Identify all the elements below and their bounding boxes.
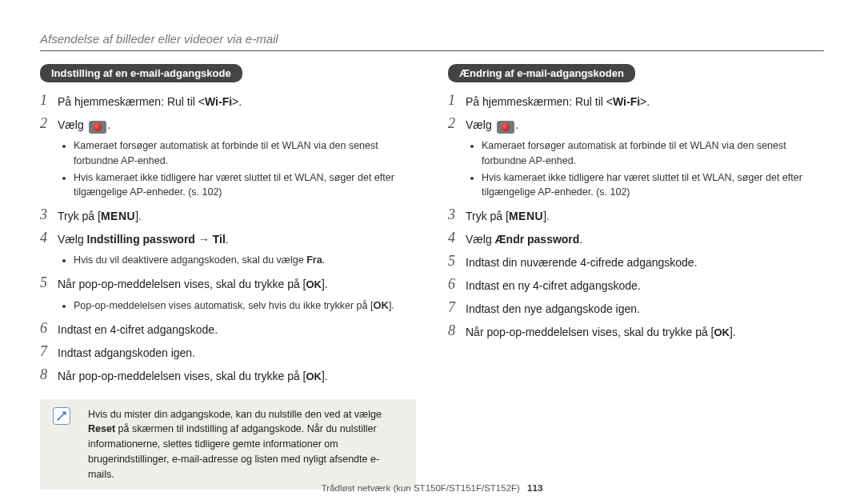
text: . bbox=[579, 233, 582, 246]
step-text: Indtast en ny 4-cifret adgangskode. bbox=[466, 276, 641, 294]
left-column: Indstilling af en e-mail-adgangskode 1 P… bbox=[40, 64, 416, 490]
text: . bbox=[226, 233, 229, 246]
step-number: 3 bbox=[40, 206, 58, 225]
step-number: 1 bbox=[40, 92, 58, 110]
text: Hvis du mister din adgangskode, kan du n… bbox=[88, 409, 382, 420]
header-divider bbox=[40, 50, 824, 51]
step-2: 2 Vælg . bbox=[40, 115, 416, 134]
bullet: Hvis kameraet ikke tidligere har været s… bbox=[74, 170, 416, 201]
menu-icon: MENU bbox=[101, 210, 135, 222]
sub-bullets: Kameraet forsøger automatisk at forbinde… bbox=[474, 138, 824, 200]
step-text: Indtast en 4-cifret adgangskode. bbox=[58, 320, 218, 338]
text: ]. bbox=[543, 210, 550, 222]
text: Når pop-op-meddelelsen vises, skal du tr… bbox=[58, 370, 306, 382]
sub-bullets: Hvis du vil deaktivere adgangskoden, ska… bbox=[66, 253, 416, 268]
bullet: Kameraet forsøger automatisk at forbinde… bbox=[74, 138, 416, 169]
step-3: 3 Tryk på [MENU]. bbox=[448, 206, 824, 225]
step-7: 7 Indtast den nye adgangskode igen. bbox=[448, 299, 824, 318]
step-text: Tryk på [MENU]. bbox=[58, 206, 142, 225]
step-text: Vælg Ændr password. bbox=[466, 230, 582, 248]
text: Tryk på [ bbox=[58, 210, 101, 222]
step-text: Vælg Indstilling password → Til. bbox=[58, 230, 229, 248]
step-number: 4 bbox=[40, 230, 58, 248]
text: ]. bbox=[322, 370, 328, 382]
text: ]. bbox=[135, 210, 142, 222]
section-badge-change-password: Ændring af e-mail-adgangskoden bbox=[448, 64, 635, 82]
footer-text: Trådløst netværk (kun ST150F/ST151F/ST15… bbox=[322, 483, 520, 493]
text: På hjemmeskærmen: Rul til < bbox=[466, 95, 613, 108]
text: ]. bbox=[730, 326, 736, 338]
text: Når pop-op-meddelelsen vises, skal du tr… bbox=[58, 278, 306, 290]
text: Vælg bbox=[466, 118, 492, 131]
step-5: 5 Når pop-op-meddelelsen vises, skal du … bbox=[40, 274, 416, 293]
text: >. bbox=[232, 95, 242, 108]
note-icon bbox=[53, 407, 70, 425]
wifi-bold: Wi-Fi bbox=[205, 95, 232, 108]
text: Vælg bbox=[58, 233, 87, 246]
page-footer: Trådløst netværk (kun ST150F/ST151F/ST15… bbox=[0, 483, 864, 493]
step-number: 2 bbox=[40, 115, 58, 134]
text: ]. bbox=[322, 278, 328, 290]
step-8: 8 Når pop-op-meddelelsen vises, skal du … bbox=[40, 366, 416, 385]
ok-icon: OK bbox=[306, 278, 322, 290]
step-text: Når pop-op-meddelelsen vises, skal du tr… bbox=[58, 274, 328, 293]
email-app-icon bbox=[497, 121, 514, 134]
step-number: 8 bbox=[448, 322, 466, 341]
text: Vælg bbox=[466, 233, 495, 246]
step-6: 6 Indtast en ny 4-cifret adgangskode. bbox=[448, 276, 824, 294]
bullet: Pop-op-meddelelsen vises automatisk, sel… bbox=[74, 298, 416, 314]
step-number: 5 bbox=[40, 274, 58, 293]
step-number: 6 bbox=[40, 320, 58, 338]
text: >. bbox=[640, 95, 650, 108]
ok-icon: OK bbox=[714, 326, 730, 338]
section-badge-set-password: Indstilling af en e-mail-adgangskode bbox=[40, 64, 242, 82]
text: Vælg bbox=[58, 118, 84, 131]
step-text: På hjemmeskærmen: Rul til <Wi-Fi>. bbox=[466, 92, 650, 110]
sub-bullets: Kameraet forsøger automatisk at forbinde… bbox=[66, 138, 416, 200]
ok-icon: OK bbox=[306, 370, 322, 382]
step-4: 4 Vælg Indstilling password → Til. bbox=[40, 230, 416, 248]
step-number: 7 bbox=[448, 299, 466, 318]
step-text: Tryk på [MENU]. bbox=[466, 206, 550, 225]
text: Tryk på [ bbox=[466, 210, 509, 222]
step-text: På hjemmeskærmen: Rul til <Wi-Fi>. bbox=[58, 92, 242, 110]
page-number: 113 bbox=[527, 483, 542, 493]
step-text: Når pop-op-meddelelsen vises, skal du tr… bbox=[58, 366, 328, 385]
right-column: Ændring af e-mail-adgangskoden 1 På hjem… bbox=[448, 64, 824, 490]
text: på skærmen til indstilling af adgangskod… bbox=[88, 423, 379, 479]
step-number: 3 bbox=[448, 206, 466, 225]
email-app-icon bbox=[89, 121, 106, 134]
step-8: 8 Når pop-op-meddelelsen vises, skal du … bbox=[448, 322, 824, 341]
step-number: 6 bbox=[448, 276, 466, 294]
step-text: Indtast adgangskoden igen. bbox=[58, 343, 195, 362]
bold: Reset bbox=[88, 423, 115, 434]
page-header: Afsendelse af billeder eller videoer via… bbox=[40, 32, 824, 46]
step-7: 7 Indtast adgangskoden igen. bbox=[40, 343, 416, 362]
menu-icon: MENU bbox=[509, 210, 543, 222]
wifi-bold: Wi-Fi bbox=[613, 95, 640, 108]
step-3: 3 Tryk på [MENU]. bbox=[40, 206, 416, 225]
bullet: Hvis kameraet ikke tidligere har været s… bbox=[482, 170, 824, 201]
text: På hjemmeskærmen: Rul til < bbox=[58, 95, 205, 108]
step-4: 4 Vælg Ændr password. bbox=[448, 230, 824, 248]
step-2: 2 Vælg . bbox=[448, 115, 824, 134]
bullet: Kameraet forsøger automatisk at forbinde… bbox=[482, 138, 824, 169]
step-text: Indtast din nuværende 4-cifrede adgangsk… bbox=[466, 253, 698, 271]
step-number: 2 bbox=[448, 115, 466, 134]
bold: Indstilling password → Til bbox=[87, 233, 226, 246]
bold: Ændr password bbox=[495, 233, 580, 246]
note-box: Hvis du mister din adgangskode, kan du n… bbox=[40, 399, 416, 490]
step-number: 4 bbox=[448, 230, 466, 248]
step-text: Vælg . bbox=[58, 115, 110, 134]
step-text: Når pop-op-meddelelsen vises, skal du tr… bbox=[466, 322, 736, 341]
step-text: Vælg . bbox=[466, 115, 518, 134]
bullet: Hvis du vil deaktivere adgangskoden, ska… bbox=[74, 253, 416, 268]
step-text: Indtast den nye adgangskode igen. bbox=[466, 299, 640, 318]
step-number: 7 bbox=[40, 343, 58, 362]
step-6: 6 Indtast en 4-cifret adgangskode. bbox=[40, 320, 416, 338]
step-number: 8 bbox=[40, 366, 58, 385]
text: Når pop-op-meddelelsen vises, skal du tr… bbox=[466, 326, 714, 338]
step-1: 1 På hjemmeskærmen: Rul til <Wi-Fi>. bbox=[448, 92, 824, 110]
step-number: 1 bbox=[448, 92, 466, 110]
step-number: 5 bbox=[448, 253, 466, 271]
